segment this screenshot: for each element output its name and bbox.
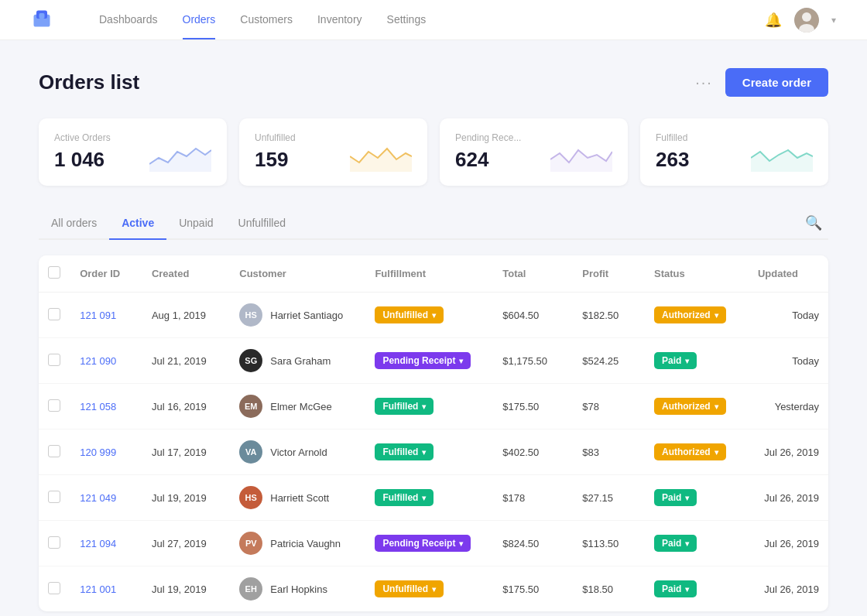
col-header-profit: Profit	[573, 255, 645, 293]
customer-name-4: Harriett Scott	[270, 492, 329, 504]
nav-dashboards[interactable]: Dashboards	[99, 1, 158, 39]
order-updated-6: Jul 26, 2019	[749, 566, 828, 612]
status-badge-5[interactable]: Paid ▾	[654, 535, 697, 552]
row-checkbox-5[interactable]	[48, 536, 60, 549]
create-order-button[interactable]: Create order	[725, 68, 828, 97]
nav-customers[interactable]: Customers	[240, 1, 293, 39]
row-checkbox-3[interactable]	[48, 445, 60, 457]
stat-card-fulfilled: Fulfilled 263	[640, 118, 828, 186]
order-updated-2: Yesterday	[749, 384, 828, 429]
status-dropdown-icon-1: ▾	[685, 357, 689, 365]
more-options-button[interactable]: ···	[695, 74, 713, 91]
nav-orders[interactable]: Orders	[183, 1, 216, 39]
col-header-status: Status	[645, 255, 749, 293]
fulfillment-badge-1[interactable]: Pending Receipt ▾	[375, 352, 471, 369]
status-dropdown-icon-2: ▾	[715, 402, 718, 411]
fulfillment-badge-4[interactable]: Fulfilled ▾	[375, 489, 434, 506]
order-created-0: Aug 1, 2019	[142, 293, 230, 338]
stat-value-unfulfilled: 159	[255, 148, 296, 172]
tab-all-orders[interactable]: All orders	[39, 207, 109, 240]
tab-unfulfilled[interactable]: Unfulfilled	[226, 207, 298, 240]
row-checkbox-1[interactable]	[48, 354, 60, 366]
order-total-1: $1,175.50	[493, 338, 573, 384]
customer-cell-4: HS Harriett Scott	[239, 486, 356, 509]
fulfillment-badge-5[interactable]: Pending Receipt ▾	[375, 535, 471, 552]
status-badge-3[interactable]: Authorized ▾	[654, 443, 726, 460]
table-row: 121 058 Jul 16, 2019 EM Elmer McGee Fulf…	[39, 384, 828, 429]
row-checkbox-6[interactable]	[48, 582, 60, 594]
search-icon[interactable]: 🔍	[799, 208, 828, 238]
nav-settings[interactable]: Settings	[387, 1, 427, 39]
stat-label-fulfilled: Fulfilled	[656, 132, 689, 143]
col-header-customer: Customer	[230, 255, 365, 293]
order-updated-1: Today	[749, 338, 828, 384]
customer-cell-1: SG Sara Graham	[239, 349, 356, 372]
order-id-link-5[interactable]: 121 094	[80, 538, 116, 549]
order-id-link-1[interactable]: 121 090	[80, 355, 116, 367]
stat-chart-pending-receipt	[550, 141, 612, 172]
order-id-link-4[interactable]: 121 049	[80, 492, 116, 504]
nav-inventory[interactable]: Inventory	[317, 1, 362, 39]
status-dropdown-icon-6: ▾	[685, 585, 689, 594]
customer-cell-2: EM Elmer McGee	[239, 395, 356, 418]
order-profit-5: $113.50	[573, 521, 645, 566]
stat-value-pending-receipt: 624	[455, 148, 521, 172]
customer-name-2: Elmer McGee	[270, 401, 331, 412]
page-title: Orders list	[39, 70, 139, 94]
table-row: 121 049 Jul 19, 2019 HS Harriett Scott F…	[39, 475, 828, 521]
customer-cell-6: EH Earl Hopkins	[239, 577, 356, 601]
customer-avatar-0: HS	[239, 303, 262, 327]
fulfillment-badge-2[interactable]: Fulfilled ▾	[375, 398, 434, 415]
fulfillment-badge-0[interactable]: Unfulfilled ▾	[375, 306, 444, 323]
status-dropdown-icon-5: ▾	[685, 539, 689, 548]
user-menu-chevron-icon[interactable]: ▾	[831, 15, 836, 26]
row-checkbox-0[interactable]	[48, 308, 60, 320]
table-body: 121 091 Aug 1, 2019 HS Harriet Santiago …	[39, 293, 828, 612]
customer-avatar-2: EM	[239, 395, 262, 418]
status-dropdown-icon-4: ▾	[685, 494, 689, 502]
status-badge-1[interactable]: Paid ▾	[654, 352, 697, 369]
fulfillment-dropdown-icon-1: ▾	[459, 357, 463, 365]
table-row: 121 094 Jul 27, 2019 PV Patricia Vaughn …	[39, 521, 828, 566]
stat-chart-unfulfilled	[350, 141, 412, 172]
col-header-orderid: Order ID	[70, 255, 142, 293]
row-checkbox-2[interactable]	[48, 399, 60, 412]
row-checkbox-4[interactable]	[48, 491, 60, 503]
order-id-link-3[interactable]: 120 999	[80, 447, 116, 458]
order-id-link-0[interactable]: 121 091	[80, 310, 116, 321]
orders-table-wrap: Order ID Created Customer Fulfillment To…	[39, 255, 828, 611]
order-id-link-6[interactable]: 121 001	[80, 583, 116, 595]
tab-unpaid[interactable]: Unpaid	[166, 207, 225, 240]
status-badge-4[interactable]: Paid ▾	[654, 489, 697, 506]
order-total-4: $178	[493, 475, 573, 521]
user-avatar[interactable]	[794, 8, 819, 33]
nav-links: Dashboards Orders Customers Inventory Se…	[99, 1, 765, 39]
order-id-link-2[interactable]: 121 058	[80, 401, 116, 412]
fulfillment-dropdown-icon-2: ▾	[422, 402, 426, 411]
select-all-checkbox[interactable]	[48, 266, 60, 279]
logo[interactable]	[31, 8, 53, 32]
order-updated-4: Jul 26, 2019	[749, 475, 828, 521]
status-badge-0[interactable]: Authorized ▾	[654, 306, 726, 323]
fulfillment-dropdown-icon-3: ▾	[422, 448, 426, 457]
order-created-3: Jul 17, 2019	[142, 429, 230, 475]
fulfillment-badge-3[interactable]: Fulfilled ▾	[375, 443, 434, 460]
fulfillment-badge-6[interactable]: Unfulfilled ▾	[375, 580, 444, 597]
notification-bell-icon[interactable]: 🔔	[765, 12, 782, 29]
status-badge-2[interactable]: Authorized ▾	[654, 398, 726, 415]
stat-label-unfulfilled: Unfulfilled	[255, 132, 296, 143]
status-badge-6[interactable]: Paid ▾	[654, 580, 697, 597]
order-created-6: Jul 19, 2019	[142, 566, 230, 612]
table-head: Order ID Created Customer Fulfillment To…	[39, 255, 828, 293]
svg-marker-8	[550, 150, 612, 172]
table-row: 121 091 Aug 1, 2019 HS Harriet Santiago …	[39, 293, 828, 338]
order-total-3: $402.50	[493, 429, 573, 475]
order-created-1: Jul 21, 2019	[142, 338, 230, 384]
main-content: Orders list ··· Create order Active Orde…	[23, 40, 844, 616]
order-total-5: $824.50	[493, 521, 573, 566]
tab-active[interactable]: Active	[109, 207, 166, 240]
tabs-bar: All orders Active Unpaid Unfulfilled 🔍	[39, 207, 828, 240]
table-row: 121 001 Jul 19, 2019 EH Earl Hopkins Unf…	[39, 566, 828, 612]
order-profit-1: $524.25	[573, 338, 645, 384]
col-header-updated: Updated	[749, 255, 828, 293]
